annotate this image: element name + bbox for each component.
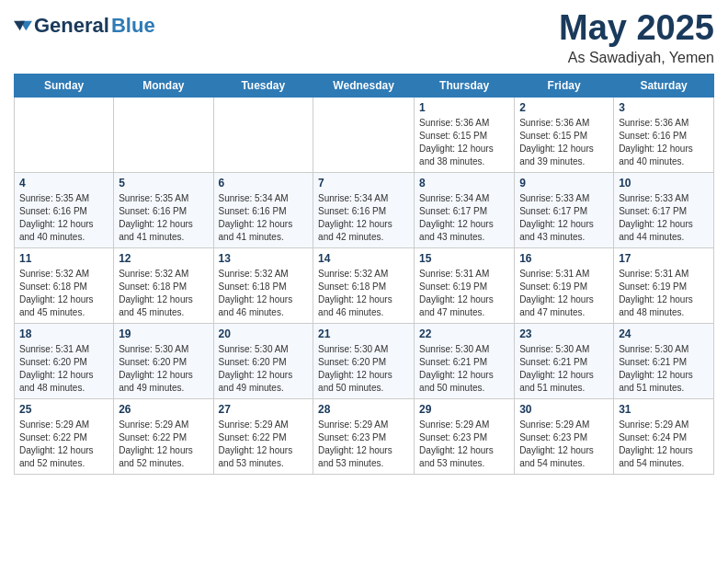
week-row-5: 25Sunrise: 5:29 AM Sunset: 6:22 PM Dayli… — [15, 398, 714, 474]
page-header: GeneralBlue May 2025 As Sawadiyah, Yemen — [14, 9, 714, 66]
day-number: 14 — [318, 252, 409, 265]
day-cell: 8Sunrise: 5:34 AM Sunset: 6:17 PM Daylig… — [415, 172, 515, 247]
day-number: 21 — [318, 327, 409, 340]
day-number: 19 — [119, 327, 208, 340]
day-cell: 25Sunrise: 5:29 AM Sunset: 6:22 PM Dayli… — [15, 398, 114, 474]
day-number: 1 — [419, 101, 509, 114]
day-cell — [15, 97, 114, 172]
day-cell — [114, 97, 213, 172]
day-number: 29 — [419, 403, 509, 416]
day-cell: 10Sunrise: 5:33 AM Sunset: 6:17 PM Dayli… — [614, 172, 714, 247]
day-info: Sunrise: 5:29 AM Sunset: 6:24 PM Dayligh… — [619, 419, 709, 470]
day-number: 22 — [419, 327, 509, 340]
day-info: Sunrise: 5:29 AM Sunset: 6:22 PM Dayligh… — [19, 419, 108, 470]
day-cell: 29Sunrise: 5:29 AM Sunset: 6:23 PM Dayli… — [415, 398, 515, 474]
day-cell: 18Sunrise: 5:31 AM Sunset: 6:20 PM Dayli… — [15, 323, 114, 398]
day-cell: 9Sunrise: 5:33 AM Sunset: 6:17 PM Daylig… — [515, 172, 614, 247]
day-cell: 19Sunrise: 5:30 AM Sunset: 6:20 PM Dayli… — [114, 323, 213, 398]
day-number: 5 — [119, 177, 208, 190]
day-cell — [213, 97, 313, 172]
day-info: Sunrise: 5:29 AM Sunset: 6:22 PM Dayligh… — [119, 419, 208, 470]
day-cell: 26Sunrise: 5:29 AM Sunset: 6:22 PM Dayli… — [114, 398, 213, 474]
day-info: Sunrise: 5:36 AM Sunset: 6:15 PM Dayligh… — [419, 117, 509, 168]
col-sunday: Sunday — [15, 74, 114, 97]
day-number: 10 — [619, 177, 709, 190]
col-monday: Monday — [114, 74, 213, 97]
day-number: 11 — [19, 252, 108, 265]
col-tuesday: Tuesday — [213, 74, 313, 97]
day-info: Sunrise: 5:30 AM Sunset: 6:21 PM Dayligh… — [619, 343, 709, 395]
logo-icon — [14, 19, 32, 32]
day-cell: 6Sunrise: 5:34 AM Sunset: 6:16 PM Daylig… — [213, 172, 313, 247]
day-number: 27 — [219, 403, 309, 416]
day-number: 9 — [519, 177, 609, 190]
day-number: 15 — [419, 252, 509, 265]
logo: GeneralBlue — [14, 14, 155, 38]
day-cell: 31Sunrise: 5:29 AM Sunset: 6:24 PM Dayli… — [614, 398, 714, 474]
day-number: 6 — [219, 177, 309, 190]
day-cell: 4Sunrise: 5:35 AM Sunset: 6:16 PM Daylig… — [15, 172, 114, 247]
day-info: Sunrise: 5:30 AM Sunset: 6:20 PM Dayligh… — [119, 343, 208, 395]
day-info: Sunrise: 5:30 AM Sunset: 6:21 PM Dayligh… — [419, 343, 509, 395]
day-number: 28 — [318, 403, 409, 416]
day-number: 2 — [519, 101, 609, 114]
day-cell: 13Sunrise: 5:32 AM Sunset: 6:18 PM Dayli… — [213, 247, 313, 323]
day-info: Sunrise: 5:35 AM Sunset: 6:16 PM Dayligh… — [119, 192, 208, 244]
day-info: Sunrise: 5:30 AM Sunset: 6:20 PM Dayligh… — [318, 343, 409, 395]
day-info: Sunrise: 5:30 AM Sunset: 6:21 PM Dayligh… — [519, 343, 609, 395]
day-number: 7 — [318, 177, 409, 190]
col-wednesday: Wednesday — [313, 74, 415, 97]
day-number: 13 — [219, 252, 309, 265]
logo-blue-text: Blue — [111, 14, 155, 38]
day-number: 8 — [419, 177, 509, 190]
day-cell — [313, 97, 415, 172]
day-info: Sunrise: 5:33 AM Sunset: 6:17 PM Dayligh… — [619, 192, 709, 244]
title-block: May 2025 As Sawadiyah, Yemen — [559, 9, 714, 66]
day-number: 24 — [619, 327, 709, 340]
calendar-location: As Sawadiyah, Yemen — [559, 50, 714, 66]
day-info: Sunrise: 5:31 AM Sunset: 6:19 PM Dayligh… — [419, 268, 509, 319]
calendar-title: May 2025 — [559, 9, 714, 48]
week-row-3: 11Sunrise: 5:32 AM Sunset: 6:18 PM Dayli… — [15, 247, 714, 323]
day-info: Sunrise: 5:32 AM Sunset: 6:18 PM Dayligh… — [318, 268, 409, 319]
day-cell: 24Sunrise: 5:30 AM Sunset: 6:21 PM Dayli… — [614, 323, 714, 398]
day-info: Sunrise: 5:36 AM Sunset: 6:15 PM Dayligh… — [519, 117, 609, 168]
calendar-header-row: Sunday Monday Tuesday Wednesday Thursday… — [15, 74, 714, 97]
day-cell: 30Sunrise: 5:29 AM Sunset: 6:23 PM Dayli… — [515, 398, 614, 474]
week-row-4: 18Sunrise: 5:31 AM Sunset: 6:20 PM Dayli… — [15, 323, 714, 398]
day-info: Sunrise: 5:32 AM Sunset: 6:18 PM Dayligh… — [19, 268, 108, 319]
day-cell: 14Sunrise: 5:32 AM Sunset: 6:18 PM Dayli… — [313, 247, 415, 323]
col-saturday: Saturday — [614, 74, 714, 97]
logo-general: General — [34, 14, 109, 38]
day-info: Sunrise: 5:29 AM Sunset: 6:23 PM Dayligh… — [519, 419, 609, 470]
day-info: Sunrise: 5:31 AM Sunset: 6:20 PM Dayligh… — [19, 343, 108, 395]
day-number: 31 — [619, 403, 709, 416]
day-number: 26 — [119, 403, 208, 416]
day-cell: 16Sunrise: 5:31 AM Sunset: 6:19 PM Dayli… — [515, 247, 614, 323]
day-cell: 7Sunrise: 5:34 AM Sunset: 6:16 PM Daylig… — [313, 172, 415, 247]
day-cell: 3Sunrise: 5:36 AM Sunset: 6:16 PM Daylig… — [614, 97, 714, 172]
day-info: Sunrise: 5:35 AM Sunset: 6:16 PM Dayligh… — [19, 192, 108, 244]
day-cell: 15Sunrise: 5:31 AM Sunset: 6:19 PM Dayli… — [415, 247, 515, 323]
day-cell: 17Sunrise: 5:31 AM Sunset: 6:19 PM Dayli… — [614, 247, 714, 323]
col-friday: Friday — [515, 74, 614, 97]
day-info: Sunrise: 5:30 AM Sunset: 6:20 PM Dayligh… — [219, 343, 309, 395]
day-info: Sunrise: 5:34 AM Sunset: 6:16 PM Dayligh… — [219, 192, 309, 244]
day-cell: 5Sunrise: 5:35 AM Sunset: 6:16 PM Daylig… — [114, 172, 213, 247]
day-info: Sunrise: 5:31 AM Sunset: 6:19 PM Dayligh… — [619, 268, 709, 319]
day-info: Sunrise: 5:32 AM Sunset: 6:18 PM Dayligh… — [119, 268, 208, 319]
day-info: Sunrise: 5:32 AM Sunset: 6:18 PM Dayligh… — [219, 268, 309, 319]
day-cell: 22Sunrise: 5:30 AM Sunset: 6:21 PM Dayli… — [415, 323, 515, 398]
week-row-2: 4Sunrise: 5:35 AM Sunset: 6:16 PM Daylig… — [15, 172, 714, 247]
day-info: Sunrise: 5:29 AM Sunset: 6:23 PM Dayligh… — [318, 419, 409, 470]
day-number: 20 — [219, 327, 309, 340]
calendar-table: Sunday Monday Tuesday Wednesday Thursday… — [14, 74, 714, 475]
day-cell: 12Sunrise: 5:32 AM Sunset: 6:18 PM Dayli… — [114, 247, 213, 323]
day-info: Sunrise: 5:33 AM Sunset: 6:17 PM Dayligh… — [519, 192, 609, 244]
col-thursday: Thursday — [415, 74, 515, 97]
day-cell: 28Sunrise: 5:29 AM Sunset: 6:23 PM Dayli… — [313, 398, 415, 474]
day-cell: 23Sunrise: 5:30 AM Sunset: 6:21 PM Dayli… — [515, 323, 614, 398]
day-number: 4 — [19, 177, 108, 190]
day-info: Sunrise: 5:34 AM Sunset: 6:17 PM Dayligh… — [419, 192, 509, 244]
day-info: Sunrise: 5:29 AM Sunset: 6:22 PM Dayligh… — [219, 419, 309, 470]
